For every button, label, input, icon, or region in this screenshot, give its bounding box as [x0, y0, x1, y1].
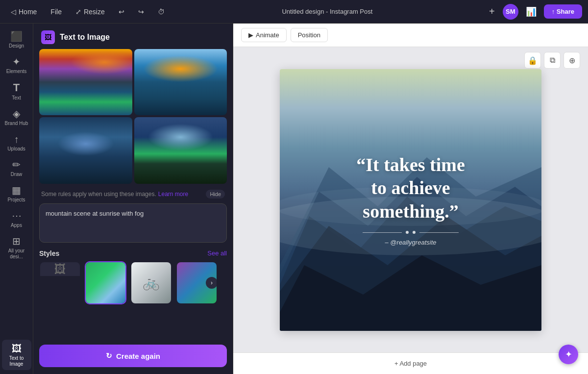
create-label: Create again [116, 352, 160, 360]
style-bike-preview: 🚲 [131, 262, 171, 303]
undo-button[interactable]: ↩ [114, 5, 129, 19]
topbar-right: + SM 📊 ↑ Share [485, 4, 582, 20]
sidebar-item-text-to-image[interactable]: 🖼 Text to Image [2, 340, 31, 370]
canvas-toolbar: ▶ Animate Position [233, 24, 588, 47]
panel-header: 🖼 Text to Image [33, 24, 233, 49]
styles-row: 🖼 🚲 › [39, 261, 227, 304]
text-to-image-icon: 🖼 [12, 344, 22, 353]
duplicate-icon-button[interactable]: ⧉ [544, 52, 561, 69]
file-label: File [50, 8, 62, 16]
sidebar-label-apps: Apps [11, 223, 22, 228]
sidebar-label-text: Text [12, 95, 21, 101]
style-item-extra[interactable]: › [176, 261, 218, 304]
elements-icon: ✦ [12, 57, 21, 67]
sidebar-item-design[interactable]: ⬛ Design [2, 27, 31, 52]
animate-label: Animate [256, 31, 279, 39]
sidebar-item-draw[interactable]: ✏ Draw [2, 156, 31, 180]
quote-line1: “It takes time [356, 154, 465, 175]
create-icon: ↻ [106, 351, 112, 360]
assistant-icon: ✦ [565, 349, 572, 360]
text-icon: T [13, 82, 20, 93]
apps-icon: ⋯ [12, 211, 22, 221]
generated-image-3[interactable] [39, 117, 132, 183]
share-icon: ↑ [552, 8, 557, 15]
topbar-center: Untitled design - Instagram Post [172, 8, 483, 15]
style-item-bike[interactable]: 🚲 [130, 261, 172, 304]
avatar[interactable]: SM [503, 4, 518, 20]
create-again-button[interactable]: ↻ Create again [39, 345, 227, 367]
generated-images-grid [33, 49, 233, 188]
resize-button[interactable]: ⤢ Resize [71, 5, 110, 19]
redo-button[interactable]: ↪ [133, 5, 149, 19]
divider-line-right [419, 232, 459, 233]
styles-scroll-right-icon[interactable]: › [206, 277, 218, 289]
prompt-area [33, 203, 233, 249]
share-button[interactable]: ↑ Share [544, 4, 582, 19]
uploads-icon: ↑ [14, 134, 19, 144]
animate-button[interactable]: ▶ Animate [241, 28, 287, 42]
hide-button[interactable]: Hide [206, 190, 225, 199]
style-item-none[interactable]: 🖼 [39, 261, 81, 304]
add-page-bar: + Add page [233, 352, 588, 374]
add-page-button[interactable]: + Add page [394, 360, 427, 367]
lock-icon-button[interactable]: 🔒 [524, 52, 541, 69]
add-button[interactable]: + [485, 4, 499, 19]
sidebar-label-draw: Draw [11, 172, 22, 177]
divider-line-left [363, 232, 402, 233]
history-button[interactable]: ⏱ [153, 5, 170, 19]
topbar-left: ◁ Home File ⤢ Resize ↩ ↪ ⏱ [6, 5, 170, 19]
chart-icon-button[interactable]: 📊 [522, 4, 540, 19]
style-item-dog[interactable] [85, 261, 126, 304]
sidebar-item-elements[interactable]: ✦ Elements [2, 53, 31, 77]
divider-dot-2 [413, 231, 416, 234]
file-button[interactable]: File [46, 5, 67, 19]
brand-hub-icon: ◈ [13, 109, 20, 119]
canvas-top-icons: 🔒 ⧉ ⊕ [524, 52, 580, 69]
canvas-scroll[interactable]: 🔒 ⧉ ⊕ [233, 47, 588, 352]
create-btn-container: ↻ Create again [33, 340, 233, 374]
sidebar-item-brand-hub[interactable]: ◈ Brand Hub [2, 105, 31, 129]
quote-divider [363, 231, 459, 234]
sidebar-item-text[interactable]: T Text [2, 78, 31, 104]
see-all-button[interactable]: See all [207, 249, 227, 257]
sidebar-label-brand-hub: Brand Hub [5, 121, 28, 126]
main-content: ⬛ Design ✦ Elements T Text ◈ Brand Hub ↑… [0, 24, 588, 374]
position-label: Position [298, 31, 320, 39]
generated-image-4[interactable] [134, 117, 227, 183]
learn-more-link[interactable]: Learn more [158, 191, 188, 198]
styles-header: Styles See all [39, 249, 227, 257]
sidebar-label-uploads: Uploads [7, 146, 25, 152]
position-button[interactable]: Position [291, 28, 328, 42]
rules-text-area: Some rules apply when using these images… [33, 188, 233, 203]
add-page-label: + Add page [394, 360, 427, 367]
prompt-textarea[interactable] [39, 203, 227, 243]
sidebar: ⬛ Design ✦ Elements T Text ◈ Brand Hub ↑… [0, 24, 33, 374]
sidebar-item-all-designs[interactable]: ⊞ All your desi... [2, 232, 31, 263]
panel-icon: 🖼 [41, 30, 55, 44]
home-icon: ◁ [11, 8, 16, 16]
quote-attribution: – @reallygreatsite [385, 239, 437, 246]
sidebar-item-uploads[interactable]: ↑ Uploads [2, 130, 31, 155]
home-button[interactable]: ◁ Home [6, 5, 42, 19]
styles-section: Styles See all 🖼 🚲 [33, 249, 233, 309]
generated-image-1[interactable] [39, 49, 132, 115]
resize-icon: ⤢ [75, 8, 81, 16]
panel-title: Text to Image [60, 33, 110, 42]
divider-dot-1 [406, 231, 409, 234]
document-title: Untitled design - Instagram Post [282, 8, 372, 15]
quote-line3: something.” [363, 201, 458, 222]
all-designs-icon: ⊞ [12, 236, 21, 246]
sidebar-label-elements: Elements [6, 69, 27, 75]
draw-icon: ✏ [12, 160, 21, 170]
expand-icon-button[interactable]: ⊕ [564, 52, 580, 69]
post-canvas[interactable]: “It takes time to achieve something.” – … [280, 69, 541, 331]
quote-overlay: “It takes time to achieve something.” – … [280, 69, 541, 331]
canvas-area: ▶ Animate Position 🔒 ⧉ ⊕ [233, 24, 588, 374]
sidebar-item-projects[interactable]: ▦ Projects [2, 181, 31, 206]
style-none-icon: 🖼 [40, 262, 80, 276]
home-label: Home [19, 8, 37, 16]
generated-image-2[interactable] [134, 49, 227, 115]
assistant-button[interactable]: ✦ [559, 345, 578, 364]
sidebar-item-apps[interactable]: ⋯ Apps [2, 207, 31, 231]
styles-title: Styles [39, 249, 59, 257]
